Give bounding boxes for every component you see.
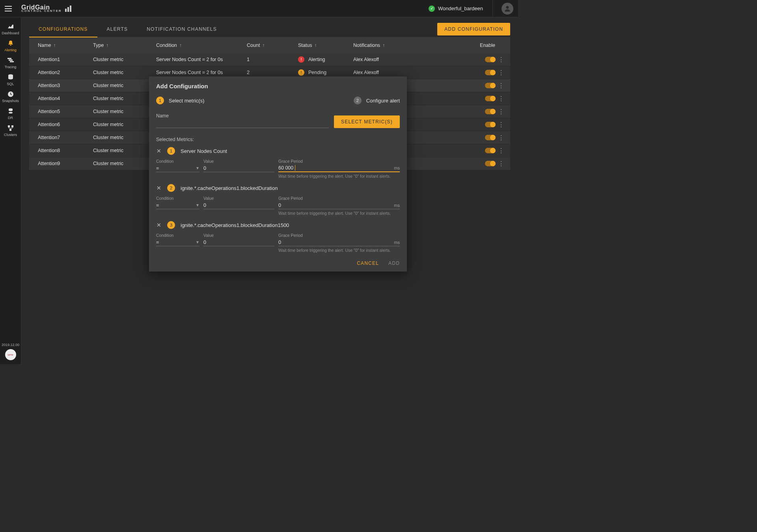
cluster-status[interactable]: ✓ Wonderful_bardeen [429,6,483,12]
field-label: Value [203,233,274,238]
sort-up-icon: ↑ [382,43,385,48]
sidebar-item-tracing[interactable]: Tracing [0,54,21,71]
row-menu-icon[interactable]: ⋮ [495,95,507,102]
sidebar-item-alerting[interactable]: Alerting [0,37,21,54]
add-configuration-modal: Add Configuration 1 Select metric(s) 2 C… [149,76,407,272]
cell-notifications: Alex Alexoff [353,57,432,62]
sidebar-item-label: Tracing [5,65,17,69]
condition-field[interactable]: Condition =▼ [156,159,200,172]
th-condition[interactable]: Condition↑ [156,43,247,48]
enable-toggle[interactable] [485,70,495,75]
bell-icon [7,40,14,47]
value-field[interactable]: Value 0 [203,233,274,246]
enable-toggle[interactable] [485,83,495,88]
grace-period-field[interactable]: Grace Period 0ms Wait time before trigge… [278,233,400,253]
enable-toggle[interactable] [485,109,495,114]
remove-metric-icon[interactable]: ✕ [156,222,162,228]
tab-alerts[interactable]: ALERTS [97,22,138,37]
th-name[interactable]: Name↑ [38,43,93,48]
th-type[interactable]: Type↑ [93,43,156,48]
cluster-name: Wonderful_bardeen [438,6,483,11]
sidebar-item-label: SQL [7,82,14,86]
th-status[interactable]: Status↑ [298,43,353,48]
condition-field[interactable]: Condition =▼ [156,233,200,246]
value-input[interactable]: 0 [203,203,206,208]
tab-notification-channels[interactable]: NOTIFICATION CHANNELS [137,22,226,37]
step-select-metrics[interactable]: 1 Select metric(s) [156,97,204,104]
enable-toggle[interactable] [485,57,495,62]
row-menu-icon[interactable]: ⋮ [495,108,507,115]
row-menu-icon[interactable]: ⋮ [495,134,507,141]
grace-input[interactable]: 0 [278,240,281,245]
grace-period-field[interactable]: Grace Period 0ms Wait time before trigge… [278,196,400,216]
field-label: Condition [156,159,200,164]
tab-configurations[interactable]: CONFIGURATIONS [29,22,97,37]
svg-rect-8 [8,125,10,127]
condition-field[interactable]: Condition =▼ [156,196,200,209]
row-menu-icon[interactable]: ⋮ [495,56,507,63]
svg-point-0 [506,6,509,9]
row-menu-icon[interactable]: ⋮ [495,121,507,128]
cell-status: !Pending [298,69,353,76]
enable-toggle[interactable] [485,96,495,101]
table-row[interactable]: Attention1 Cluster metric Server Nodes C… [29,53,510,66]
clock-icon [7,91,14,98]
unit-label: ms [392,166,400,170]
select-metrics-button[interactable]: SELECT METRIC(S) [334,115,400,128]
metric-index-badge: 3 [167,221,175,229]
metric-block: ✕ 3 ignite.*.cacheOperations1.blockedDur… [156,221,400,253]
remove-metric-icon[interactable]: ✕ [156,148,162,154]
hamburger-menu-icon[interactable] [5,4,13,13]
tracing-icon [7,57,14,64]
remove-metric-icon[interactable]: ✕ [156,185,162,191]
field-label: Value [203,196,274,201]
sidebar-item-sql[interactable]: SQL [0,71,21,88]
field-label: Name [156,113,328,119]
enable-toggle[interactable] [485,135,495,140]
row-menu-icon[interactable]: ⋮ [495,160,507,167]
sidebar-item-dashboard[interactable]: Dashboard [0,20,21,37]
config-name-field[interactable]: Name [156,113,328,128]
step-number: 1 [156,97,164,104]
enable-toggle[interactable] [485,161,495,166]
cancel-button[interactable]: CANCEL [357,260,379,266]
sidebar-item-dr[interactable]: DR [0,105,21,122]
th-count[interactable]: Count↑ [247,43,298,48]
value-input[interactable]: 0 [203,166,206,171]
grace-input[interactable]: 0 [278,203,281,208]
cell-type: Cluster metric [93,70,156,75]
value-input[interactable]: 0 [203,240,206,245]
add-button[interactable]: ADD [388,260,400,266]
add-configuration-button[interactable]: ADD CONFIGURATION [437,23,510,35]
grace-period-field[interactable]: Grace Period 60 000ms Wait time before t… [278,159,400,179]
sidebar-item-clusters[interactable]: Clusters [0,122,21,139]
version-label: 2019.12.00 [2,343,19,347]
row-menu-icon[interactable]: ⋮ [495,69,507,76]
row-menu-icon[interactable]: ⋮ [495,82,507,89]
sort-up-icon: ↑ [314,43,317,48]
cell-name: Attention3 [38,83,93,88]
metric-block: ✕ 1 Server Nodes Count Condition =▼ Valu… [156,147,400,179]
config-name-input[interactable] [156,119,328,128]
user-avatar-icon[interactable] [502,3,513,15]
row-menu-icon[interactable]: ⋮ [495,147,507,154]
th-enable[interactable]: Enable [475,43,495,48]
value-field[interactable]: Value 0 [203,196,274,209]
value-field[interactable]: Value 0 [203,159,274,172]
brand-subtitle: CONTROL CENTER [21,9,62,13]
enable-toggle[interactable] [485,148,495,153]
cell-condition: Server Nodes Count = 2 for 0s [156,57,247,62]
cell-name: Attention1 [38,57,93,62]
field-label: Condition [156,196,200,201]
cell-notifications: Alex Alexoff [353,70,432,75]
sidebar-item-snapshots[interactable]: Snapshots [0,88,21,105]
enable-toggle[interactable] [485,122,495,127]
svg-point-7 [9,112,13,113]
step-configure-alert[interactable]: 2 Configure alert [354,97,400,104]
grace-input[interactable]: 60 000 [278,165,293,171]
metric-name: ignite.*.cacheOperations1.blockedDuratio… [181,222,289,228]
sidebar-item-label: Snapshots [2,99,19,103]
th-notifications[interactable]: Notifications↑ [353,43,432,48]
sort-up-icon: ↑ [262,43,265,48]
cell-name: Attention5 [38,109,93,114]
